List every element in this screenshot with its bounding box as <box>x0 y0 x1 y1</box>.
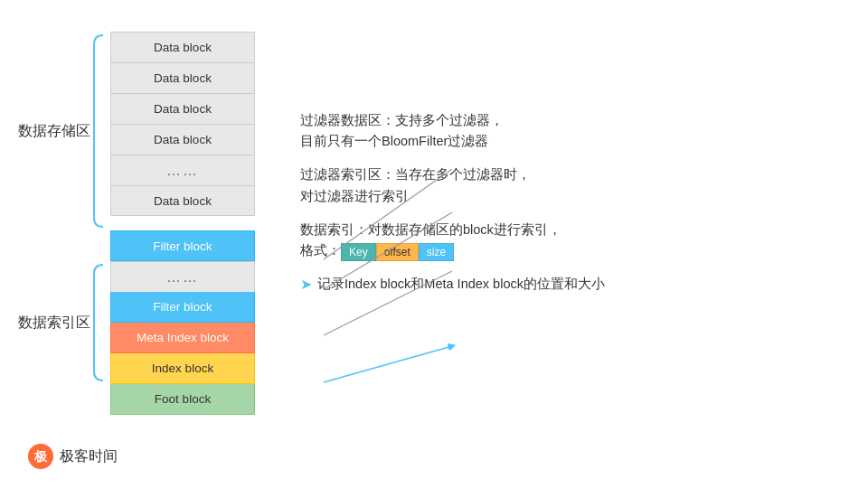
badge-key: Key <box>341 243 376 261</box>
block-data-5: Data block <box>110 185 255 216</box>
arrow-icon: ➤ <box>300 276 312 293</box>
annotation-data-index-text: 数据索引：对数据存储区的block进行索引， 格式： Key offset si… <box>300 220 561 261</box>
group2-blocks: Filter block …… Filter block Meta Index … <box>110 230 255 415</box>
group1-label: 数据存储区 <box>18 122 83 141</box>
block-meta-index: Meta Index block <box>110 323 255 353</box>
logo: 极 极客时间 <box>27 443 118 470</box>
block-filter-dots: …… <box>110 261 255 292</box>
block-index: Index block <box>110 353 255 384</box>
block-data-3: Data block <box>110 93 255 124</box>
svg-text:极: 极 <box>33 449 48 464</box>
group1-blocks: Data block Data block Data block Data bl… <box>110 32 255 230</box>
group2-brace-icon <box>90 261 107 384</box>
annotation-filter-data-text: 过滤器数据区：支持多个过滤器， 目前只有一个BloomFilter过滤器 <box>300 110 504 152</box>
block-dots-1: …… <box>110 155 255 185</box>
annotation-foot-text: 记录Index block和Meta Index block的位置和大小 <box>317 274 605 295</box>
block-data-2: Data block <box>110 62 255 93</box>
annotation-filter-data: 过滤器数据区：支持多个过滤器， 目前只有一个BloomFilter过滤器 <box>300 110 868 152</box>
logo-text: 极客时间 <box>60 447 118 466</box>
badge-size: size <box>419 243 454 261</box>
badge-offset: offset <box>376 243 419 261</box>
main-layout: 数据存储区 Data block Data block Data block D… <box>0 0 868 415</box>
annotations-section: 过滤器数据区：支持多个过滤器， 目前只有一个BloomFilter过滤器 过滤器… <box>300 36 868 311</box>
annotation-filter-index-line2: 对过滤器进行索引 <box>300 186 409 207</box>
annotation-foot: ➤ 记录Index block和Meta Index block的位置和大小 <box>300 274 868 295</box>
block-data-1: Data block <box>110 32 255 62</box>
annotation-filter-index: 过滤器索引区：当存在多个过滤器时， 对过滤器进行索引 <box>300 164 868 206</box>
annotation-data-index: 数据索引：对数据存储区的block进行索引， 格式： Key offset si… <box>300 220 868 261</box>
block-foot: Foot block <box>110 384 255 415</box>
group2-row: 数据索引区 Filter block …… Filter block Meta … <box>18 230 255 415</box>
logo-icon: 极 <box>27 443 54 470</box>
group1-row: 数据存储区 Data block Data block Data block D… <box>18 32 255 230</box>
block-filter-2: Filter block <box>110 292 255 323</box>
group2-label: 数据索引区 <box>18 314 83 333</box>
badge-row: Key offset size <box>341 243 454 261</box>
annotation-data-index-line1: 数据索引：对数据存储区的block进行索引， <box>300 220 561 240</box>
annotation-filter-data-line2: 目前只有一个BloomFilter过滤器 <box>300 131 488 152</box>
block-data-4: Data block <box>110 124 255 155</box>
blocks-groups: 数据存储区 Data block Data block Data block D… <box>18 32 255 415</box>
annotation-filter-data-line1: 过滤器数据区：支持多个过滤器， <box>300 110 504 131</box>
group1-brace-icon <box>90 32 107 230</box>
annotation-filter-index-text: 过滤器索引区：当存在多个过滤器时， 对过滤器进行索引 <box>300 164 531 206</box>
annotation-filter-index-line1: 过滤器索引区：当存在多个过滤器时， <box>300 164 531 185</box>
block-filter-1: Filter block <box>110 230 255 261</box>
annotation-data-index-line2: 格式： <box>300 240 341 261</box>
